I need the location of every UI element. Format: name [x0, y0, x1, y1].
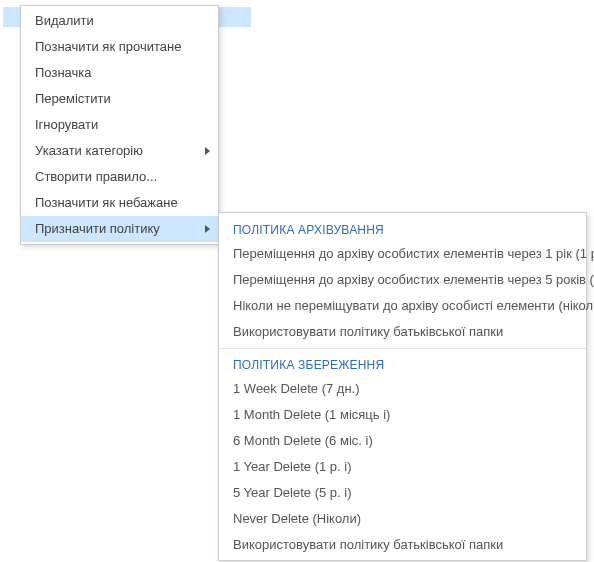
- menu-item-label: Створити правило...: [35, 169, 157, 184]
- option-label: Ніколи не переміщувати до архіву особист…: [233, 298, 594, 313]
- retention-policy-header: ПОЛІТИКА ЗБЕРЕЖЕННЯ: [219, 352, 586, 376]
- context-menu: Видалити Позначити як прочитане Позначка…: [20, 5, 219, 245]
- archive-policy-option[interactable]: Переміщення до архіву особистих елементі…: [219, 267, 586, 293]
- menu-item-assign-policy[interactable]: Призначити політику: [21, 216, 218, 242]
- chevron-right-icon: [205, 147, 210, 155]
- menu-item-delete[interactable]: Видалити: [21, 8, 218, 34]
- menu-item-move[interactable]: Перемістити: [21, 86, 218, 112]
- menu-item-create-rule[interactable]: Створити правило...: [21, 164, 218, 190]
- menu-item-label: Указати категорію: [35, 143, 143, 158]
- retention-policy-option[interactable]: 6 Month Delete (6 міс. і): [219, 428, 586, 454]
- option-label: Використовувати політику батьківської па…: [233, 537, 503, 552]
- retention-policy-option[interactable]: 1 Week Delete (7 дн.): [219, 376, 586, 402]
- option-label: 5 Year Delete (5 р. і): [233, 485, 352, 500]
- menu-item-label: Перемістити: [35, 91, 111, 106]
- menu-item-categorize[interactable]: Указати категорію: [21, 138, 218, 164]
- menu-item-mark-read[interactable]: Позначити як прочитане: [21, 34, 218, 60]
- menu-item-flag[interactable]: Позначка: [21, 60, 218, 86]
- retention-policy-option[interactable]: 5 Year Delete (5 р. і): [219, 480, 586, 506]
- retention-policy-option[interactable]: Використовувати політику батьківської па…: [219, 532, 586, 558]
- menu-item-label: Видалити: [35, 13, 94, 28]
- option-label: 1 Year Delete (1 р. і): [233, 459, 352, 474]
- chevron-right-icon: [205, 225, 210, 233]
- archive-policy-option[interactable]: Переміщення до архіву особистих елементі…: [219, 241, 586, 267]
- menu-item-label: Позначити як небажане: [35, 195, 178, 210]
- menu-item-label: Ігнорувати: [35, 117, 98, 132]
- menu-divider: [219, 348, 586, 349]
- menu-item-mark-junk[interactable]: Позначити як небажане: [21, 190, 218, 216]
- option-label: 1 Month Delete (1 місяць і): [233, 407, 390, 422]
- menu-item-ignore[interactable]: Ігнорувати: [21, 112, 218, 138]
- option-label: Переміщення до архіву особистих елементі…: [233, 272, 594, 287]
- menu-item-label: Позначити як прочитане: [35, 39, 181, 54]
- option-label: Використовувати політику батьківської па…: [233, 324, 503, 339]
- policy-submenu: ПОЛІТИКА АРХІВУВАННЯ Переміщення до архі…: [218, 212, 587, 561]
- option-label: 6 Month Delete (6 міс. і): [233, 433, 373, 448]
- archive-policy-option[interactable]: Ніколи не переміщувати до архіву особист…: [219, 293, 586, 319]
- retention-policy-option[interactable]: 1 Year Delete (1 р. і): [219, 454, 586, 480]
- retention-policy-option[interactable]: Never Delete (Ніколи): [219, 506, 586, 532]
- menu-item-label: Призначити політику: [35, 221, 160, 236]
- option-label: 1 Week Delete (7 дн.): [233, 381, 360, 396]
- archive-policy-option[interactable]: Використовувати політику батьківської па…: [219, 319, 586, 345]
- menu-item-label: Позначка: [35, 65, 92, 80]
- option-label: Never Delete (Ніколи): [233, 511, 361, 526]
- retention-policy-option[interactable]: 1 Month Delete (1 місяць і): [219, 402, 586, 428]
- option-label: Переміщення до архіву особистих елементі…: [233, 246, 594, 261]
- archive-policy-header: ПОЛІТИКА АРХІВУВАННЯ: [219, 217, 586, 241]
